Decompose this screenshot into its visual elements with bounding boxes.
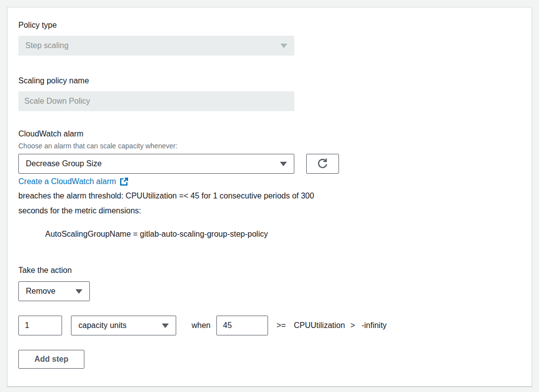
alarm-select-value: Decrease Group Size: [26, 159, 102, 168]
action-type-value: Remove: [26, 287, 56, 296]
caret-down-icon: [280, 44, 287, 48]
policy-name-label: Scaling policy name: [18, 76, 521, 86]
create-cloudwatch-alarm-link-label: Create a CloudWatch alarm: [18, 177, 116, 186]
cloudwatch-alarm-description: Choose an alarm that can scale capacity …: [18, 141, 521, 150]
scaling-policy-form-card: Policy type Step scaling Scaling policy …: [7, 7, 532, 387]
refresh-alarms-button[interactable]: [306, 154, 339, 174]
lower-bound-operator: >: [350, 321, 355, 330]
step-threshold-input[interactable]: [216, 316, 268, 335]
policy-type-select: Step scaling: [18, 36, 294, 56]
alarm-threshold-text: breaches the alarm threshold: CPUUtiliza…: [18, 189, 521, 218]
caret-down-icon: [162, 324, 169, 328]
alarm-threshold-line2: seconds for the metric dimensions:: [18, 203, 521, 218]
external-link-icon: [120, 177, 129, 186]
add-step-button[interactable]: Add step: [18, 350, 84, 369]
policy-type-label: Policy type: [18, 20, 521, 30]
cloudwatch-alarm-label: CloudWatch alarm: [18, 129, 521, 139]
caret-down-icon: [75, 289, 82, 294]
create-cloudwatch-alarm-link[interactable]: Create a CloudWatch alarm: [18, 177, 129, 186]
alarm-select[interactable]: Decrease Group Size: [18, 154, 294, 174]
alarm-metric-dimension: AutoScalingGroupName = gitlab-auto-scali…: [18, 230, 521, 239]
metric-name: CPUUtilization: [294, 321, 345, 330]
caret-down-icon: [280, 162, 287, 166]
lower-bound-value: -infinity: [361, 321, 387, 330]
policy-type-value: Step scaling: [25, 41, 68, 50]
step-unit-select[interactable]: capacity units: [71, 316, 176, 335]
take-action-label: Take the action: [18, 265, 521, 275]
alarm-select-row: Decrease Group Size: [18, 154, 521, 174]
alarm-threshold-line1: breaches the alarm threshold: CPUUtiliza…: [18, 189, 521, 203]
upper-bound-operator: >=: [276, 321, 286, 330]
action-type-select[interactable]: Remove: [18, 281, 90, 301]
step-adjustment-row: capacity units when >= CPUUtilization > …: [18, 316, 521, 335]
step-unit-value: capacity units: [78, 321, 127, 330]
refresh-icon: [317, 158, 329, 170]
when-label: when: [192, 321, 210, 330]
step-amount-input[interactable]: [18, 316, 62, 335]
policy-name-input[interactable]: [18, 91, 294, 111]
